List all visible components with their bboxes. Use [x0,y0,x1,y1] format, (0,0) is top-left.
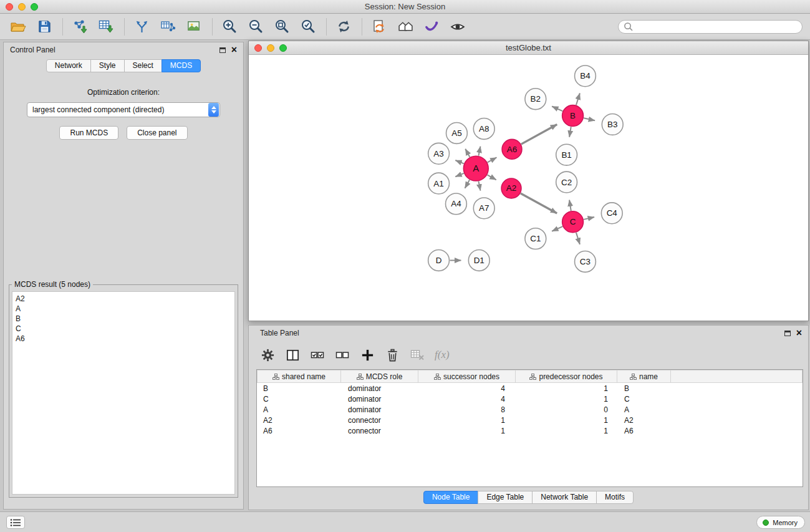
close-window-button[interactable] [6,3,13,11]
node-A6[interactable]: A6 [502,139,522,159]
apply-layout-button[interactable] [333,17,354,37]
float-panel-icon[interactable] [784,331,791,336]
table-cell[interactable]: dominator [340,383,418,394]
network-graph[interactable]: B4B2BB3A5A8A6A3B1AC2A1A2A4A7C4CC1DD1C3 [249,56,808,320]
table-cell[interactable]: 1 [515,383,617,394]
table-cell[interactable]: A2 [617,415,670,425]
export-image-button[interactable] [183,17,205,37]
edge-C-C2[interactable] [569,200,571,211]
zoom-in-button[interactable] [219,17,240,37]
table-row[interactable]: A6connector11A6 [257,425,803,436]
node-A1[interactable]: A1 [428,173,450,194]
zoom-selected-button[interactable] [297,17,319,37]
table-cell[interactable]: C [257,394,340,404]
search-input[interactable] [636,22,802,31]
table-cell[interactable]: connector [340,415,418,425]
tab-select[interactable]: Select [124,59,162,72]
criterion-dropdown[interactable]: largest connected component (directed) [27,102,220,117]
node-B[interactable]: B [562,105,584,127]
vizmapper-button[interactable] [421,17,442,37]
node-C[interactable]: C [562,211,584,233]
tab-network-table[interactable]: Network Table [532,491,597,504]
mcds-result-item[interactable]: A2 [16,294,231,304]
column-header-shared-name[interactable]: shared name [258,370,341,383]
edge-B-B1[interactable] [569,127,571,137]
node-C4[interactable]: C4 [601,203,622,224]
edge-A-A8[interactable] [478,147,480,156]
edge-B-B2[interactable] [552,107,562,112]
node-A8[interactable]: A8 [473,118,494,140]
add-row-button[interactable] [360,347,375,362]
zoom-window-button[interactable] [31,3,38,11]
node-C3[interactable]: C3 [575,251,596,273]
table-cell[interactable]: 8 [418,404,515,415]
mcds-result-item[interactable]: B [16,314,231,324]
tab-mcds[interactable]: MCDS [162,59,201,72]
delete-rows-button[interactable] [385,347,400,362]
table-cell[interactable]: 4 [418,383,515,394]
column-header-name[interactable]: name [617,370,671,383]
node-A7[interactable]: A7 [473,198,494,219]
table-cell[interactable]: B [617,383,670,394]
show-graphics-details-button[interactable] [447,17,468,37]
mcds-result-list[interactable]: A2ABCA6 [12,291,235,495]
import-network-button[interactable] [69,17,90,37]
table-cell[interactable]: A [257,404,340,415]
edge-A-A6[interactable] [488,157,497,162]
table-settings-button[interactable] [260,347,275,362]
node-A3[interactable]: A3 [428,143,450,164]
new-network-button[interactable] [131,17,152,37]
table-cell[interactable]: A2 [257,415,340,425]
table-cell[interactable]: 1 [418,415,515,425]
float-panel-icon[interactable] [219,47,226,53]
column-header-MCDS-role[interactable]: MCDS role [341,370,418,383]
edge-A6-B[interactable] [521,124,557,144]
column-header-predecessor-nodes[interactable]: predecessor nodes [516,370,617,383]
table-cell[interactable]: B [257,383,340,394]
table-row[interactable]: A2connector11A2 [257,415,803,425]
table-cell[interactable]: A [617,404,670,415]
memory-button[interactable]: Memory [756,516,805,529]
node-C2[interactable]: C2 [556,172,577,193]
network-overview-button[interactable] [395,17,416,37]
table-cell[interactable]: 1 [418,425,515,436]
table-cell[interactable]: 4 [418,394,515,404]
edge-A-A3[interactable] [455,160,464,163]
tab-network[interactable]: Network [46,59,91,72]
table-cell[interactable]: A6 [617,425,670,436]
zoom-out-button[interactable] [245,17,266,37]
edge-A-A4[interactable] [465,180,470,188]
table-cell[interactable]: 0 [515,404,617,415]
table-cell[interactable]: 1 [515,394,617,404]
edge-A-A1[interactable] [455,173,464,177]
column-header-successor-nodes[interactable]: successor nodes [418,370,516,383]
node-B2[interactable]: B2 [525,89,546,110]
close-panel-icon[interactable]: × [796,329,802,337]
node-C1[interactable]: C1 [525,228,546,249]
node-A[interactable]: A [463,156,488,181]
zoom-network-button[interactable] [279,44,287,52]
edge-A2-C[interactable] [521,193,557,213]
table-row[interactable]: Adominator80A [257,404,803,415]
node-A5[interactable]: A5 [446,122,468,143]
edge-A-A7[interactable] [478,181,480,191]
close-network-button[interactable] [254,44,262,52]
node-A4[interactable]: A4 [446,193,467,215]
delete-table-button[interactable] [410,347,425,362]
save-session-button[interactable] [34,17,55,37]
edge-B-B3[interactable] [584,118,595,120]
close-panel-button[interactable]: Close panel [127,126,187,140]
table-cell[interactable]: A6 [257,425,340,436]
cloud-transfer-button[interactable] [369,17,390,37]
dropdown-stepper-icon[interactable] [208,103,219,117]
run-mcds-button[interactable]: Run MCDS [59,126,118,140]
tab-motifs[interactable]: Motifs [596,491,634,504]
table-cell[interactable]: connector [340,425,418,436]
edge-A-A5[interactable] [465,149,470,157]
table-row[interactable]: Bdominator41B [257,383,803,394]
close-panel-icon[interactable]: × [231,46,237,54]
minimize-window-button[interactable] [18,3,26,11]
show-columns-button[interactable] [285,347,300,362]
table-row[interactable]: Cdominator41C [257,394,803,404]
open-session-button[interactable] [7,17,29,37]
